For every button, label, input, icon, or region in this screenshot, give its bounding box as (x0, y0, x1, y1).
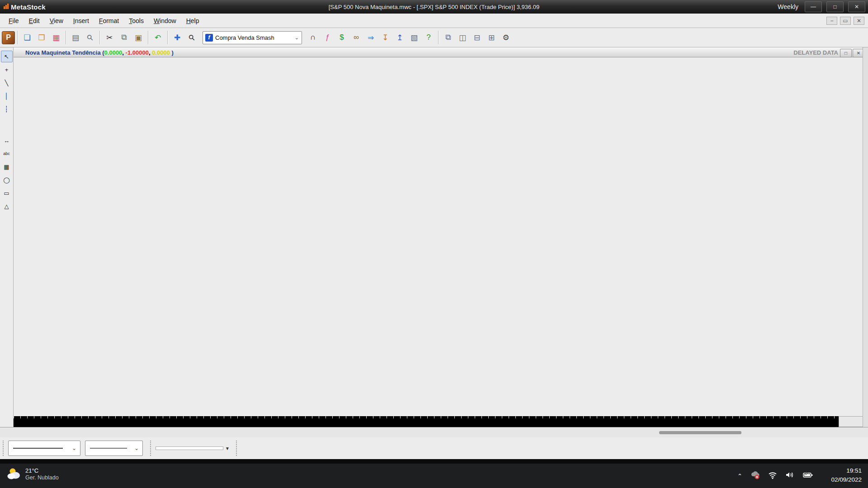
panel-values: 0.0000, -1.00000, 0.0000 ) (104, 49, 174, 56)
metastock-window: MetaStock [S&P 500 Nova Maquineta.mwc - … (0, 0, 868, 488)
onedrive-error-icon[interactable] (750, 470, 760, 482)
settings-button[interactable]: ⚙ (499, 31, 513, 44)
toolbar-separator (17, 31, 18, 44)
child-restore-button[interactable]: ▭ (840, 17, 851, 25)
print-preview-button[interactable]: ⚲ (80, 28, 99, 47)
toolbar-separator (148, 31, 148, 44)
toolbar-separator (167, 31, 168, 44)
window-title: [S&P 500 Nova Maquineta.mwc - [.SPX] S&P… (0, 4, 868, 10)
date-axis[interactable] (14, 416, 839, 427)
weather-widget[interactable]: 21°C Ger. Nublado (6, 467, 59, 481)
tile-horizontal-button[interactable]: ⊟ (470, 31, 484, 44)
child-close-button[interactable]: ✕ (854, 17, 864, 25)
vertical-line-tool[interactable]: │ (1, 90, 13, 102)
save-button[interactable]: ▦ (49, 31, 63, 44)
vertical-scrollbar[interactable] (863, 47, 868, 427)
volume-icon[interactable] (785, 470, 795, 482)
report-button[interactable]: ▧ (407, 31, 421, 44)
undo-button[interactable]: ↶ (151, 31, 165, 44)
wifi-icon[interactable] (768, 470, 778, 482)
help-pointer-button[interactable]: ? (422, 31, 435, 44)
minimize-button[interactable]: — (805, 1, 822, 12)
ellipse-tool[interactable]: ◯ (1, 174, 13, 186)
order-button[interactable]: ↥ (393, 31, 406, 44)
rectangle-tool[interactable]: ▭ (1, 187, 13, 199)
app-name: MetaStock (11, 3, 46, 11)
palette-dropdown-arrow[interactable]: ▼ (225, 446, 230, 451)
cascade-windows-button[interactable]: ⧉ (441, 31, 455, 44)
panel-title: Nova Maquineta Tendência ( (25, 49, 104, 56)
line-style-preview (13, 447, 63, 450)
panel-header-1: Nova Maquineta Tendência (0.0000, -1.000… (14, 47, 868, 57)
new-chart-button[interactable]: ❏ (20, 31, 34, 44)
delayed-data-badge: DELAYED DATA (793, 49, 838, 56)
menu-tools[interactable]: Tools (124, 15, 149, 26)
tile-grid-button[interactable]: ⊞ (485, 31, 498, 44)
menu-window[interactable]: Window (149, 15, 181, 26)
menu-edit[interactable]: Edit (24, 15, 45, 26)
close-button[interactable]: ✕ (848, 1, 865, 12)
power-console-button[interactable]: P (2, 31, 15, 44)
expert-combo[interactable]: fCompra Venda Smash⌄ (203, 31, 302, 44)
tray-overflow-chevron-icon[interactable]: ⌃ (737, 473, 742, 479)
panel-value: 0.0000 (104, 49, 123, 56)
battery-charging-icon[interactable] (802, 470, 814, 482)
toolbar-grip[interactable] (236, 441, 239, 456)
open-chart-button[interactable]: ❒ (35, 31, 48, 44)
menu-help[interactable]: Help (181, 15, 204, 26)
expert-combo-value: Compra Venda Smash (215, 34, 274, 41)
formula-icon: f (205, 34, 213, 42)
menu-insert[interactable]: Insert (68, 15, 94, 26)
indicator-builder-button[interactable]: ƒ (321, 31, 334, 44)
pointer-tool[interactable]: ↖ (1, 51, 13, 62)
system-tray: ⌃ (737, 470, 814, 482)
expand-tool[interactable]: ↔ (1, 135, 13, 146)
expert-advisor-button[interactable]: ∩ (306, 31, 320, 44)
toolbar-grip[interactable] (3, 441, 5, 456)
panel-chart-1[interactable] (14, 57, 868, 86)
triangle-tool[interactable]: △ (1, 200, 13, 212)
cut-button[interactable]: ✂ (103, 31, 116, 44)
forecaster-button[interactable]: ⇒ (364, 31, 377, 44)
toolbar-grip[interactable] (150, 441, 153, 456)
paste-button[interactable]: ▣ (132, 31, 145, 44)
taskbar-clock[interactable]: 19:51 02/09/2022 (831, 466, 862, 485)
system-tester-button[interactable]: $ (335, 31, 349, 44)
style-toolbar: ⌄ ⌄ ▼ (0, 437, 868, 460)
text-tool[interactable]: abc (1, 148, 13, 160)
menu-view[interactable]: View (45, 15, 68, 26)
menu-file[interactable]: File (4, 15, 24, 26)
drawing-tool-strip: ↖+╲│┆↔abc▦◯▭△ (0, 47, 14, 427)
tile-vertical-button[interactable]: ◫ (456, 31, 469, 44)
explorer-button[interactable]: ∞ (349, 31, 363, 44)
zoom-area-button[interactable]: ⚲ (182, 28, 201, 47)
windows-taskbar: 21°C Ger. Nublado ⌃ 19:51 02/09/2022 (0, 464, 868, 488)
clock-date: 02/09/2022 (831, 475, 862, 484)
chart-scroll-row (0, 427, 868, 438)
clock-time: 19:51 (831, 466, 862, 475)
crosshair-tool[interactable]: + (1, 64, 13, 75)
line-weight-preview (90, 447, 127, 450)
panel-value: 0.0000 (152, 49, 170, 56)
weather-temperature: 21°C (25, 467, 59, 475)
color-palette (156, 446, 223, 450)
menu-format[interactable]: Format (94, 15, 124, 26)
toolbar-separator (438, 31, 439, 44)
horizontal-scrollbar-thumb[interactable] (659, 431, 741, 434)
downloader-button[interactable]: ↧ (378, 31, 392, 44)
line-style-dropdown[interactable]: ⌄ (8, 441, 80, 456)
chevron-down-icon: ⌄ (295, 35, 299, 41)
toolbar-separator (66, 31, 66, 44)
panel-restore-button[interactable]: □ (840, 49, 852, 57)
cycle-lines-tool[interactable]: ┆ (1, 103, 13, 115)
toolbar-separator (99, 31, 100, 44)
maximize-button[interactable]: □ (826, 1, 844, 12)
trendline-tool[interactable]: ╲ (1, 77, 13, 89)
line-weight-dropdown[interactable]: ⌄ (85, 441, 143, 456)
main-toolbar: P❏❒▦▤⚲✂⧉▣↶✚⚲fCompra Venda Smash⌄∩ƒ$∞⇒↧↥▧… (0, 28, 868, 47)
desktop-strip (0, 459, 868, 464)
child-minimize-button[interactable]: − (826, 17, 837, 25)
panel-value: -1.00000 (126, 49, 149, 56)
grid-tool[interactable]: ▦ (1, 161, 13, 173)
copy-button[interactable]: ⧉ (117, 31, 131, 44)
